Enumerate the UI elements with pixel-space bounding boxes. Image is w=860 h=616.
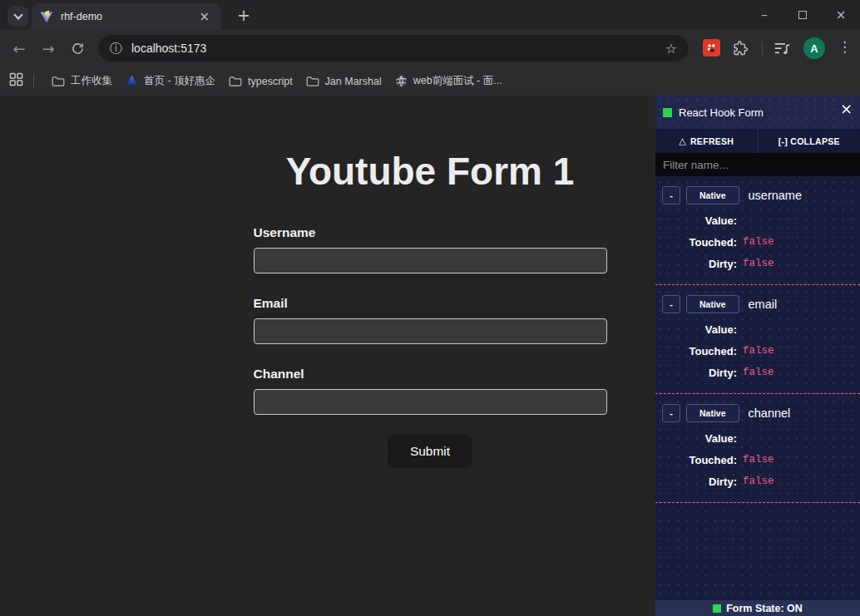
rhf-value-row: Value:: [655, 427, 860, 449]
rhf-field-name-row: - Native channel: [655, 403, 860, 423]
rhf-native-badge[interactable]: Native: [686, 295, 739, 313]
rhf-devtools-title: React Hook Form: [679, 106, 764, 119]
rhf-devtools-header: React Hook Form ×: [655, 96, 860, 129]
forward-button[interactable]: →: [34, 30, 62, 67]
rhf-value-row: Value:: [655, 209, 860, 231]
new-tab-button[interactable]: +: [234, 5, 254, 25]
username-input[interactable]: [254, 248, 607, 274]
rhf-field-name-row: - Native username: [655, 185, 860, 205]
rhf-close-icon[interactable]: ×: [840, 101, 853, 116]
bookmark-item[interactable]: 工作收集: [45, 71, 119, 91]
bookmark-item[interactable]: typescript: [222, 72, 299, 91]
bookmark-item[interactable]: 首页 - 顶好惠企: [119, 71, 222, 91]
rhf-dirty-label: Dirty:: [655, 476, 737, 488]
chevron-down-icon: [13, 10, 22, 19]
browser-titlebar: rhf-demo × + – ×: [0, 0, 860, 30]
apps-grid-icon[interactable]: [9, 72, 23, 90]
channel-input[interactable]: [254, 389, 607, 415]
reload-icon: [71, 42, 85, 56]
rhf-touched-value: false: [743, 345, 774, 357]
toolbar-separator: [762, 42, 763, 55]
rhf-collapse-field-button[interactable]: -: [662, 295, 680, 313]
rhf-dirty-value: false: [743, 367, 774, 378]
media-controls-icon[interactable]: [774, 42, 791, 59]
globe-favicon: [395, 75, 408, 87]
bookmarks-bar: 工作收集 首页 - 顶好惠企 typescript Jan Marshal we…: [0, 67, 860, 96]
rhf-touched-label: Touched:: [655, 345, 737, 357]
maximize-icon: [798, 11, 807, 19]
rhf-collapse-field-button[interactable]: -: [662, 186, 680, 205]
bookmark-label: typescript: [248, 76, 293, 87]
rhf-empty-area: [655, 503, 860, 600]
rhf-form-state-bar[interactable]: Form State: ON: [655, 600, 860, 616]
rhf-touched-row: Touched: false: [655, 449, 860, 471]
rhf-value-row: Value:: [655, 318, 860, 340]
rhf-field-name: username: [749, 189, 802, 202]
youtube-form: Username Email Channel Submit: [254, 225, 607, 468]
minimize-button[interactable]: –: [745, 0, 783, 30]
rhf-touched-label: Touched:: [655, 454, 737, 466]
blue-building-favicon: [126, 75, 138, 87]
rhf-field-block-channel: - Native channel Value: Touched: false D…: [655, 394, 860, 503]
rhf-collapse-button[interactable]: [-] COLLAPSE: [758, 129, 860, 153]
rhf-dirty-row: Dirty: false: [655, 253, 860, 274]
bookmark-label: 工作收集: [71, 74, 112, 88]
extension-red-icon[interactable]: [703, 39, 720, 57]
browser-tab[interactable]: rhf-demo ×: [32, 3, 221, 30]
tab-close-icon[interactable]: ×: [195, 9, 213, 25]
rhf-field-block-email: - Native email Value: Touched: false Dir…: [655, 285, 860, 394]
refresh-triangle-icon: △: [679, 136, 686, 146]
green-status-square-icon: [663, 108, 672, 117]
maximize-button[interactable]: [783, 0, 822, 30]
rhf-collapse-label: [-] COLLAPSE: [778, 136, 840, 146]
rhf-value-label: Value:: [655, 214, 737, 227]
vite-favicon: [40, 10, 53, 23]
rhf-value-label: Value:: [655, 432, 737, 445]
rhf-field-name-row: - Native email: [655, 294, 860, 314]
rhf-native-badge[interactable]: Native: [686, 404, 739, 422]
rhf-field-name: email: [749, 298, 778, 311]
rhf-touched-row: Touched: false: [655, 340, 860, 362]
bookmark-item[interactable]: Jan Marshal: [299, 72, 388, 91]
rhf-touched-value: false: [743, 454, 774, 466]
folder-icon: [306, 76, 319, 87]
bookmark-label: Jan Marshal: [325, 76, 382, 87]
rhf-dirty-value: false: [743, 258, 774, 269]
rhf-touched-value: false: [743, 236, 774, 248]
rhf-dirty-row: Dirty: false: [655, 471, 860, 492]
profile-avatar[interactable]: A: [803, 37, 825, 59]
rhf-filter-input[interactable]: [655, 153, 860, 176]
email-label: Email: [254, 296, 607, 311]
bookmark-star-icon[interactable]: ☆: [665, 41, 677, 57]
rhf-native-badge[interactable]: Native: [686, 186, 739, 205]
bookmark-item[interactable]: web前端面试 - 面...: [388, 71, 509, 91]
reload-button[interactable]: [63, 30, 91, 67]
extensions-puzzle-icon[interactable]: [732, 40, 749, 60]
rhf-dirty-row: Dirty: false: [655, 362, 860, 383]
url-text[interactable]: localhost:5173: [131, 42, 665, 55]
rhf-collapse-field-button[interactable]: -: [662, 404, 680, 422]
browser-toolbar: ← → ⓘ localhost:5173 ☆ A ⋮: [0, 30, 860, 67]
channel-label: Channel: [254, 367, 607, 382]
submit-button[interactable]: Submit: [388, 435, 472, 468]
rhf-actions-bar: △ REFRESH [-] COLLAPSE: [655, 129, 860, 153]
folder-icon: [229, 76, 242, 87]
bookmark-label: web前端面试 - 面...: [413, 74, 502, 88]
rhf-touched-label: Touched:: [655, 236, 737, 249]
bookmark-label: 首页 - 顶好惠企: [144, 74, 215, 88]
rhf-field-name: channel: [749, 407, 791, 420]
address-bar[interactable]: ⓘ localhost:5173 ☆: [98, 35, 689, 62]
close-button[interactable]: ×: [822, 0, 860, 30]
site-info-icon[interactable]: ⓘ: [110, 41, 122, 57]
tab-search-button[interactable]: [7, 6, 28, 27]
rhf-field-block-username: - Native username Value: Touched: false …: [655, 176, 860, 285]
rhf-touched-row: Touched: false: [655, 231, 860, 253]
rhf-dirty-value: false: [743, 476, 774, 487]
email-input[interactable]: [254, 318, 607, 344]
username-label: Username: [254, 225, 607, 240]
back-button[interactable]: ←: [5, 30, 33, 67]
rhf-dirty-label: Dirty:: [655, 258, 737, 270]
rhf-refresh-button[interactable]: △ REFRESH: [655, 129, 758, 153]
browser-menu-icon[interactable]: ⋮: [838, 38, 852, 55]
rhf-form-state-label: Form State: ON: [726, 603, 803, 614]
